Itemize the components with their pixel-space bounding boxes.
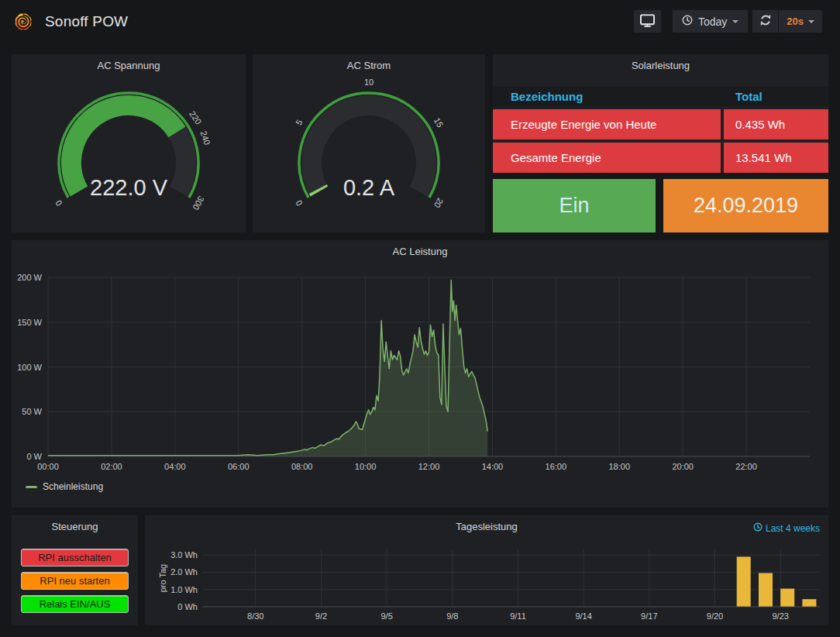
svg-text:14:00: 14:00	[482, 462, 504, 471]
svg-text:22:00: 22:00	[735, 462, 757, 471]
svg-text:2.0 Wh: 2.0 Wh	[170, 567, 198, 577]
panel-ac-leistung: AC Leistung 0 W50 W100 W150 W200 W00:000…	[12, 240, 828, 508]
svg-text:9/14: 9/14	[575, 611, 591, 621]
navbar-controls: Today 20s	[633, 9, 823, 33]
time-range-label: Today	[698, 15, 727, 28]
svg-text:9/5: 9/5	[380, 611, 392, 621]
grafana-logo-icon[interactable]	[12, 11, 34, 33]
svg-text:10:00: 10:00	[355, 462, 377, 471]
svg-text:9/17: 9/17	[641, 611, 657, 621]
svg-text:04:00: 04:00	[164, 462, 186, 471]
svg-text:220: 220	[188, 109, 203, 126]
panel-ac-spannung: AC Spannung 0220240300 222.0 V	[12, 54, 246, 232]
ac-voltage-value: 222.0 V	[12, 175, 246, 201]
legend-item-scheinleistung[interactable]: Scheinleistung	[26, 481, 103, 492]
refresh-picker: 20s	[752, 9, 823, 33]
date-value: 24.09.2019	[663, 179, 828, 232]
svg-text:10: 10	[364, 77, 374, 87]
svg-text:9/11: 9/11	[510, 611, 526, 621]
svg-text:5: 5	[294, 118, 304, 126]
svg-text:00:00: 00:00	[37, 462, 59, 471]
ac-current-gauge: 05101520	[253, 54, 485, 232]
ac-leistung-chart[interactable]: 0 W50 W100 W150 W200 W00:0002:0004:0006:…	[12, 240, 828, 508]
solar-table-header: Bezeichnung Total	[493, 87, 828, 106]
svg-text:15: 15	[432, 116, 446, 129]
svg-text:1.0 Wh: 1.0 Wh	[170, 585, 198, 594]
panel-title-steuerung[interactable]: Steuerung	[12, 521, 138, 532]
y-axis-label: pro Tag	[158, 564, 167, 593]
svg-text:18:00: 18:00	[608, 462, 630, 471]
table-row: Erzeugte Energie von Heute 0.435 Wh	[493, 109, 828, 139]
panel-solarleistung: Solarleistung Bezeichnung Total Erzeugte…	[493, 54, 828, 172]
panel-ac-strom: AC Strom 05101520 0.2 A	[253, 54, 485, 232]
svg-text:3.0 Wh: 3.0 Wh	[170, 550, 198, 560]
svg-text:0 W: 0 W	[26, 452, 42, 461]
navbar: Sonoff POW Today	[0, 0, 840, 43]
svg-text:9/23: 9/23	[772, 611, 788, 621]
refresh-icon	[759, 13, 773, 29]
series-scheinleistung	[48, 281, 487, 457]
svg-text:08:00: 08:00	[291, 462, 313, 471]
daily-bars	[737, 556, 817, 607]
svg-text:9/20: 9/20	[707, 611, 723, 621]
ac-current-value: 0.2 A	[253, 175, 485, 201]
ac-voltage-gauge: 0220240300	[12, 54, 246, 232]
svg-text:9/2: 9/2	[315, 611, 327, 621]
svg-text:50 W: 50 W	[22, 407, 42, 416]
refresh-button[interactable]	[752, 10, 779, 33]
rpi-shutdown-button[interactable]: RPI ausschalten	[21, 549, 129, 566]
table-row: Gesamte Energie 13.541 Wh	[493, 143, 828, 173]
relay-toggle-button[interactable]: Relais EIN/AUS	[21, 595, 129, 613]
solar-table: Bezeichnung Total Erzeugte Energie von H…	[493, 87, 828, 172]
axis-tick-labels: 0 Wh1.0 Wh2.0 Wh3.0 Wh8/309/29/59/89/119…	[170, 550, 789, 621]
svg-text:16:00: 16:00	[546, 462, 567, 471]
refresh-interval-label: 20s	[787, 15, 804, 27]
tv-kiosk-button[interactable]	[633, 9, 662, 33]
rpi-restart-button[interactable]: RPI neu starten	[21, 572, 129, 590]
navbar-left: Sonoff POW	[12, 11, 128, 33]
svg-text:pro Tag: pro Tag	[158, 564, 167, 593]
series-label: Scheinleistung	[43, 481, 103, 492]
svg-text:240: 240	[198, 129, 212, 146]
clock-icon	[682, 15, 693, 28]
relay-state-value: Ein	[493, 179, 656, 232]
svg-text:06:00: 06:00	[228, 462, 250, 471]
svg-text:0 Wh: 0 Wh	[177, 602, 198, 611]
refresh-interval-dropdown[interactable]: 20s	[779, 10, 822, 33]
svg-text:100 W: 100 W	[17, 363, 42, 372]
panel-steuerung: Steuerung RPI ausschalten RPI neu starte…	[12, 515, 138, 625]
tagesleistung-chart[interactable]: 0 Wh1.0 Wh2.0 Wh3.0 Wh8/309/29/59/89/119…	[145, 515, 828, 625]
panel-relay-state: Ein	[493, 179, 656, 232]
row-value: 0.435 Wh	[724, 109, 828, 139]
monitor-icon	[639, 13, 656, 30]
svg-text:9/8: 9/8	[446, 611, 458, 621]
dashboard-title[interactable]: Sonoff POW	[45, 13, 128, 30]
chevron-down-icon	[808, 20, 814, 23]
row-label: Gesamte Energie	[493, 143, 721, 173]
column-header-bezeichnung[interactable]: Bezeichnung	[493, 90, 721, 103]
column-header-total[interactable]: Total	[721, 90, 828, 103]
row-label: Erzeugte Energie von Heute	[493, 109, 721, 139]
svg-text:8/30: 8/30	[247, 611, 263, 621]
svg-text:12:00: 12:00	[418, 462, 440, 471]
svg-text:200 W: 200 W	[17, 273, 42, 282]
series-color-dash	[26, 486, 37, 488]
svg-text:02:00: 02:00	[101, 462, 122, 471]
chevron-down-icon	[732, 20, 738, 23]
panel-tagesleistung: Tagesleistung Last 4 weeks 0 Wh1.0 Wh2.0…	[145, 515, 828, 625]
svg-text:150 W: 150 W	[17, 318, 42, 327]
panel-date: 24.09.2019	[663, 179, 828, 232]
row-value: 13.541 Wh	[724, 143, 828, 173]
time-range-picker[interactable]: Today	[672, 9, 749, 33]
gridlines	[203, 549, 820, 607]
panel-title-solarleistung[interactable]: Solarleistung	[493, 60, 828, 71]
svg-text:20:00: 20:00	[672, 462, 694, 471]
